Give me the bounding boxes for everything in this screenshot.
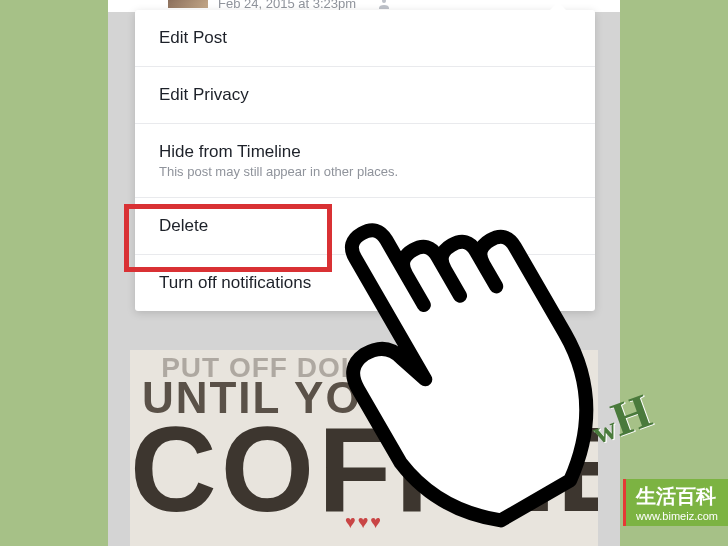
menu-item-subtitle: This post may still appear in other plac… (159, 164, 571, 179)
badge-url: www.bimeiz.com (636, 510, 718, 522)
dropdown-arrow (549, 2, 567, 11)
menu-item-edit-post[interactable]: Edit Post (135, 10, 595, 67)
menu-item-label: Hide from Timeline (159, 142, 571, 162)
menu-item-label: Delete (159, 216, 571, 236)
badge-title: 生活百科 (636, 483, 718, 510)
menu-item-delete[interactable]: Delete (135, 198, 595, 255)
poster-text-main: COFFEE (130, 418, 598, 520)
post-image: PUT OFF DOING ONE THING UNTIL YOU'VE HAD… (130, 350, 598, 546)
menu-item-label: Turn off notifications (159, 273, 571, 293)
menu-item-turn-off-notifications[interactable]: Turn off notifications (135, 255, 595, 311)
menu-item-label: Edit Privacy (159, 85, 571, 105)
menu-item-label: Edit Post (159, 28, 571, 48)
avatar (168, 0, 208, 8)
menu-item-edit-privacy[interactable]: Edit Privacy (135, 67, 595, 124)
site-badge: 生活百科 www.bimeiz.com (623, 479, 728, 526)
menu-item-hide-timeline[interactable]: Hide from Timeline This post may still a… (135, 124, 595, 198)
post-options-menu: Edit Post Edit Privacy Hide from Timelin… (135, 10, 595, 311)
poster-text-line1: PUT OFF DOING ONE THING (130, 352, 598, 384)
